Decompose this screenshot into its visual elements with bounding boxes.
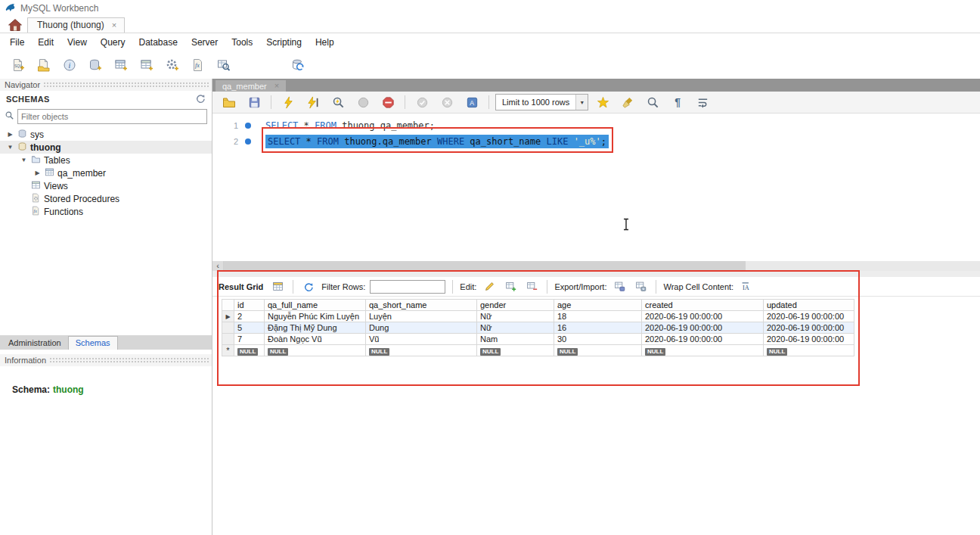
tree-item-stored-procedures[interactable]: Stored Procedures (0, 192, 212, 205)
menu-scripting[interactable]: Scripting (259, 35, 309, 50)
column-header-qa-full-name[interactable]: qa_full_name (265, 300, 366, 311)
chevron-down-icon[interactable]: ▼ (6, 144, 14, 151)
reconnect-dbms-icon[interactable] (287, 54, 309, 76)
cell-created[interactable]: 2020-06-19 00:00:00 (642, 311, 764, 322)
menu-server[interactable]: Server (185, 35, 225, 50)
open-script-icon[interactable] (219, 92, 240, 113)
invisible-characters-icon[interactable]: ¶ (667, 92, 688, 113)
cell-age[interactable]: 16 (554, 322, 642, 334)
column-header-updated[interactable]: updated (764, 300, 854, 311)
cell-gender[interactable]: Nữ (477, 311, 554, 322)
export-recordset-icon[interactable] (611, 279, 628, 294)
search-table-data-icon[interactable] (213, 54, 234, 76)
result-grid-table[interactable]: id qa_full_name qa_short_name gender age… (222, 299, 854, 356)
chevron-down-icon[interactable]: ▼ (20, 157, 28, 163)
wrap-cell-content-icon[interactable]: IA (738, 279, 755, 294)
menu-view[interactable]: View (60, 35, 94, 50)
create-view-icon[interactable] (136, 54, 157, 76)
tree-item-thuong[interactable]: ▼ thuong (0, 141, 212, 154)
wrap-text-icon[interactable] (692, 92, 713, 113)
refresh-schemas-icon[interactable] (195, 93, 206, 106)
home-icon[interactable] (3, 17, 27, 33)
create-table-icon[interactable] (110, 54, 132, 76)
column-header-gender[interactable]: gender (477, 300, 554, 311)
column-header-age[interactable]: age (554, 300, 642, 311)
save-script-icon[interactable] (243, 92, 265, 113)
tree-item-qa-member[interactable]: ▶ qa_member (0, 166, 212, 179)
stop-execution-icon[interactable] (352, 92, 374, 113)
cell-id[interactable]: 5 (234, 322, 265, 334)
rollback-icon[interactable] (436, 92, 457, 113)
menu-edit[interactable]: Edit (31, 35, 60, 50)
cell-updated[interactable]: 2020-06-19 00:00:00 (764, 311, 854, 322)
new-sql-tab-icon[interactable]: SQL (8, 54, 29, 76)
execute-current-statement-icon[interactable] (302, 92, 324, 113)
cell-qa-short-name[interactable]: Vũ (366, 334, 477, 345)
cell-gender[interactable]: Nữ (477, 322, 554, 334)
menu-file[interactable]: File (3, 35, 31, 50)
refresh-icon[interactable] (300, 279, 317, 294)
table-row[interactable]: ▶ 2 Nguyễn Phúc Kim Luyện Luyện Nữ 18 20… (222, 311, 854, 322)
chevron-right-icon[interactable]: ▶ (33, 170, 42, 176)
column-header-created[interactable]: created (642, 300, 764, 311)
tree-item-functions[interactable]: fx Functions (0, 205, 212, 218)
edit-record-icon[interactable] (481, 279, 498, 294)
cell-qa-short-name[interactable]: Luyện (366, 311, 477, 322)
cell-null[interactable]: NULL (265, 345, 366, 356)
tree-item-sys[interactable]: ▶ sys (0, 128, 212, 141)
cell-qa-full-name[interactable]: Đặng Thị Mỹ Dung (265, 322, 366, 334)
cell-gender[interactable]: Nam (477, 334, 554, 345)
column-header-id[interactable]: id (234, 300, 265, 311)
tab-schemas[interactable]: Schemas (68, 336, 118, 350)
insert-row-icon[interactable] (502, 279, 519, 294)
cell-null[interactable]: NULL (642, 345, 764, 356)
scrollbar-thumb[interactable] (224, 261, 746, 271)
clear-query-icon[interactable] (617, 92, 638, 113)
import-recordset-icon[interactable] (632, 279, 649, 294)
chevron-right-icon[interactable]: ▶ (6, 131, 14, 138)
scroll-left-icon[interactable]: ‹ (212, 261, 224, 271)
cell-null[interactable]: NULL (234, 345, 265, 356)
filter-rows-input[interactable] (370, 280, 445, 294)
sql-code-editor[interactable]: 1 SELECT * FROM thuong.qa_member; 2 SELE… (212, 114, 980, 261)
toggle-autocommit-icon[interactable]: A (461, 92, 482, 113)
cell-updated[interactable]: 2020-06-19 00:00:00 (764, 322, 854, 334)
cell-id[interactable]: 7 (234, 334, 265, 345)
create-schema-icon[interactable] (85, 54, 106, 76)
tree-item-tables[interactable]: ▼ Tables (0, 154, 212, 166)
menu-help[interactable]: Help (309, 35, 341, 50)
tree-item-views[interactable]: Views (0, 179, 212, 192)
cell-created[interactable]: 2020-06-19 00:00:00 (642, 322, 764, 334)
filter-objects-input[interactable] (17, 109, 207, 124)
cell-age[interactable]: 18 (554, 311, 642, 322)
tab-administration[interactable]: Administration (2, 337, 68, 350)
connection-tab[interactable]: Thuong (thuong) × (27, 17, 125, 33)
menu-query[interactable]: Query (94, 35, 132, 50)
limit-rows-dropdown[interactable]: Limit to 1000 rows ▾ (495, 94, 588, 110)
column-header-qa-short-name[interactable]: qa_short_name (366, 300, 477, 311)
connection-tab-close-icon[interactable]: × (112, 21, 116, 30)
editor-results-splitter[interactable] (212, 271, 980, 277)
menu-database[interactable]: Database (132, 35, 185, 50)
menu-tools[interactable]: Tools (225, 35, 259, 50)
new-row-placeholder[interactable]: * NULL NULL NULL NULL NULL NULL NULL (222, 345, 854, 356)
editor-horizontal-scrollbar[interactable]: ‹ (212, 261, 980, 271)
sql-line-2[interactable]: 2 SELECT * FROM thuong.qa_member WHERE q… (212, 133, 609, 149)
editor-tab-qa-member[interactable]: qa_member × (216, 80, 286, 92)
find-icon[interactable] (642, 92, 663, 113)
cell-qa-short-name[interactable]: Dung (366, 322, 477, 334)
cell-null[interactable]: NULL (554, 345, 642, 356)
cell-null[interactable]: NULL (477, 345, 554, 356)
chevron-down-icon[interactable]: ▾ (575, 95, 588, 110)
table-row[interactable]: 7 Đoàn Ngọc Vũ Vũ Nam 30 2020-06-19 00:0… (222, 334, 854, 345)
cell-age[interactable]: 30 (554, 334, 642, 345)
table-row[interactable]: 5 Đặng Thị Mỹ Dung Dung Nữ 16 2020-06-19… (222, 322, 854, 334)
beautify-query-icon[interactable] (592, 92, 613, 113)
sql-line-1[interactable]: 1 SELECT * FROM thuong.qa_member; (212, 117, 435, 133)
explain-icon[interactable] (327, 92, 349, 113)
cell-updated[interactable]: 2020-06-19 00:00:00 (764, 334, 854, 345)
delete-row-icon[interactable] (523, 279, 540, 294)
execute-icon[interactable] (278, 92, 299, 113)
editor-tab-close-icon[interactable]: × (274, 82, 279, 90)
open-sql-script-icon[interactable] (33, 54, 54, 76)
